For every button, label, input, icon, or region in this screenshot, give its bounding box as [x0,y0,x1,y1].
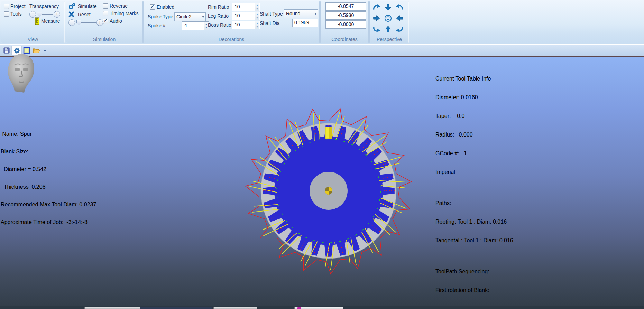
viewport-3d[interactable]: Name: Spur Blank Size: Diameter = 0.542 … [0,57,644,306]
ribbon-group-perspective: Perspective [369,1,409,43]
simulate-icon [68,3,76,10]
measure-button[interactable]: Measure [35,17,63,25]
leg-ratio-label: Leg Ratio [208,13,229,19]
ribbon-group-simulation: Simulate Reset Reverse Timing Marks Audi… [66,1,143,43]
info-line: Tangental : Tool 1 : Diam: 0.016 [435,237,513,244]
info-line: Blank Size: [1,149,96,154]
leg-ratio-spin-buttons[interactable] [255,12,259,20]
shaft-dia-label: Shaft Dia [260,20,280,26]
pan-down-icon[interactable] [383,2,393,13]
coordinate-y-input[interactable]: -0.5930 [325,11,366,20]
info-line: Recommended Max Tool Diam: 0.0237 [1,202,96,207]
reset-icon [68,11,75,18]
coordinates-group-title: Coordinates [321,37,368,42]
simulate-label: Simulate [78,3,96,9]
pan-up-icon[interactable] [383,24,393,34]
reset-view-smiley-icon[interactable] [383,13,393,24]
gear-cam-application: Project Tools Transparency Measure View [0,0,644,309]
timing-marks-checkbox[interactable] [103,11,108,16]
ribbon: Project Tools Transparency Measure View [0,0,644,44]
info-line: Radius: 0.000 [435,132,513,138]
audio-label: Audio [110,18,122,24]
ribbon-group-decorations: Enabled Spoke Type Circle2 Spoke # 4 Rim… [143,1,320,43]
info-line: Name: Spur [1,131,96,137]
taskbar-app-icon [297,307,301,309]
info-line: Thickness 0.208 [1,184,96,190]
info-line: Taper: 0.0 [435,113,513,119]
spoke-count-spinner[interactable]: 4 [182,21,209,30]
rim-ratio-spinner[interactable]: 10 [232,3,260,11]
shaft-type-value: Round [286,11,300,16]
taskbar-button[interactable] [294,307,343,309]
spoke-count-label: Spoke # [148,23,165,28]
quick-access-toolbar [0,44,644,56]
reverse-label: Reverse [110,3,128,9]
rim-ratio-label: Rim Ratio [208,4,229,10]
shaft-dia-value: 0.1969 [294,20,309,25]
audio-checkbox[interactable] [103,19,108,24]
shaft-type-dropdown[interactable]: Round [284,9,318,18]
perspective-group-title: Perspective [370,37,409,42]
transparency-label: Transparency [29,3,59,9]
blank-info-text: Name: Spur Blank Size: Diameter = 0.542 … [1,119,96,237]
speed-increase-button[interactable] [96,19,103,26]
tilt-cw-icon[interactable] [371,24,382,34]
measure-label: Measure [41,18,60,24]
transparency-slider-thumb[interactable] [37,12,42,17]
decorations-enabled-checkbox[interactable] [150,4,155,10]
tools-label: Tools [10,11,22,17]
speed-decrease-button[interactable] [68,19,75,26]
info-line: ToolPath Sequencing: [435,269,513,275]
taskbar [0,306,644,309]
rim-ratio-spin-buttons[interactable] [255,3,259,11]
transparency-increase-button[interactable] [54,11,60,18]
enabled-label: Enabled [157,4,174,10]
tilt-ccw-icon[interactable] [394,24,405,34]
decorations-group-title: Decorations [144,37,319,42]
transparency-slider-track[interactable] [42,14,53,15]
taskbar-window-strip [140,307,212,309]
rotate-ccw-icon[interactable] [394,2,405,13]
info-line: Diameter = 0.542 [1,166,96,172]
coordinate-x-input[interactable]: -0.0547 [325,2,366,11]
ribbon-group-coordinates: -0.0547 -0.5930 -0.0000 Coordinates [320,1,369,43]
shaft-dia-field[interactable]: 0.1969 [292,19,318,27]
speed-slider-thumb[interactable] [76,20,81,25]
info-line: Approximate Time of Job: -3:-14:-8 [1,219,96,225]
info-line: Rooting: Tool 1 : Diam: 0.016 [435,219,513,225]
timing-marks-label: Timing Marks [110,11,139,16]
boss-ratio-spinner[interactable]: 10 [232,21,260,29]
toolbar-overflow-icon [43,49,47,52]
speed-slider-track[interactable] [81,22,96,23]
reset-button[interactable]: Reset [68,11,96,18]
boss-ratio-spin-buttons[interactable] [255,21,259,29]
leg-ratio-value: 10 [234,13,240,18]
info-line: First rotation of Blank: [435,287,513,293]
coordinate-z-input[interactable]: -0.0000 [325,20,366,29]
pan-left-icon[interactable] [394,13,405,24]
simulate-button[interactable]: Simulate [68,3,99,10]
info-line: Paths: [435,200,513,206]
tools-checkbox[interactable] [4,11,9,17]
gear-model[interactable] [242,104,422,283]
rotate-cw-icon[interactable] [371,2,382,13]
spoke-type-dropdown[interactable]: Circle2 [174,12,206,21]
perspective-arrow-grid [371,2,405,35]
head-model [4,53,39,95]
simulation-group-title: Simulation [66,37,142,42]
reset-label: Reset [78,12,91,17]
taskbar-button[interactable] [84,307,140,309]
toolbar-overflow-button[interactable] [42,46,48,55]
view-group-title: View [1,37,65,42]
info-line: GCode #: 1 [435,150,513,157]
leg-ratio-spinner[interactable]: 10 [232,12,260,20]
reverse-checkbox[interactable] [103,3,108,9]
project-checkbox[interactable] [4,4,9,9]
taskbar-button[interactable] [213,307,257,309]
tool-table-info-text: Current Tool Table Info Diameter: 0.0160… [435,63,513,309]
ribbon-group-view: Project Tools Transparency Measure View [1,1,65,43]
project-label: Project [10,3,26,9]
spoke-count-value: 4 [184,22,187,28]
transparency-decrease-button[interactable] [29,11,36,18]
pan-right-icon[interactable] [371,13,382,24]
